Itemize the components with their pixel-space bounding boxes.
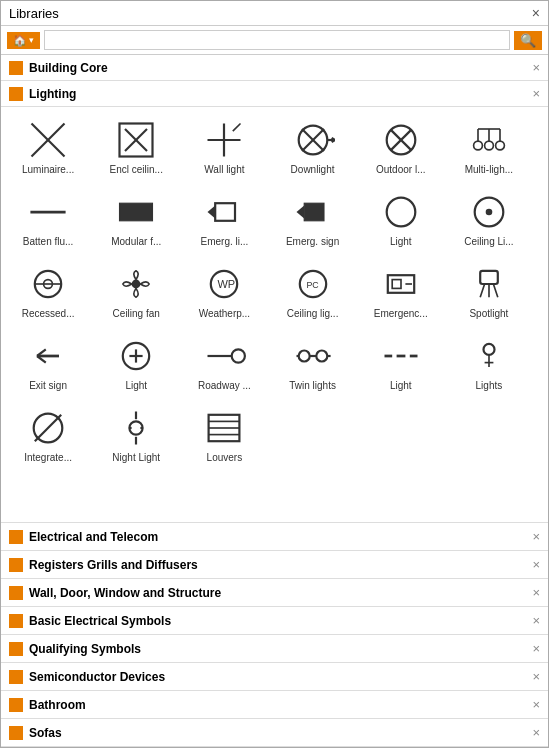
search-input[interactable]	[44, 30, 510, 50]
cat-label-semiconductor: Semiconductor Devices	[29, 670, 165, 684]
icon-cell-emerg-li[interactable]: Emerg. li...	[181, 183, 267, 253]
icon-cell-recessed[interactable]: Recessed...	[5, 255, 91, 325]
cat-left-qualifying: Qualifying Symbols	[9, 642, 141, 656]
icon-cell-downlight[interactable]: Downlight	[269, 111, 355, 181]
icon-cell-roadway[interactable]: Roadway ...	[181, 327, 267, 397]
lighting-close[interactable]: ×	[532, 86, 540, 101]
icon-svg-exit-sign	[26, 334, 70, 378]
cat-bathroom[interactable]: Bathroom ×	[1, 691, 548, 719]
icon-svg-outdoor-l	[379, 118, 423, 162]
icon-svg-lights	[467, 334, 511, 378]
window-title: Libraries	[9, 6, 59, 21]
cat-close-basic-elec[interactable]: ×	[532, 613, 540, 628]
svg-point-54	[316, 351, 327, 362]
icon-cell-emerg-sign[interactable]: Emerg. sign	[269, 183, 355, 253]
icon-cell-louvers[interactable]: Louvers	[181, 399, 267, 469]
building-core-close[interactable]: ×	[532, 60, 540, 75]
cat-label-wall-door: Wall, Door, Window and Structure	[29, 586, 221, 600]
icon-label-downlight: Downlight	[272, 164, 352, 175]
icon-cell-wall-light[interactable]: Wall light	[181, 111, 267, 181]
svg-point-32	[486, 209, 493, 216]
cat-label-sofas: Sofas	[29, 726, 62, 740]
icon-svg-spotlight	[467, 262, 511, 306]
cat-qualifying[interactable]: Qualifying Symbols ×	[1, 635, 548, 663]
lighting-icon	[9, 87, 23, 101]
icon-svg-roadway	[202, 334, 246, 378]
svg-point-17	[474, 141, 483, 150]
svg-rect-25	[120, 203, 153, 221]
icon-cell-outdoor-l[interactable]: Outdoor l...	[358, 111, 444, 181]
cat-left-semiconductor: Semiconductor Devices	[9, 670, 165, 684]
cat-registers[interactable]: Registers Grills and Diffusers ×	[1, 551, 548, 579]
icon-svg-recessed	[26, 262, 70, 306]
lighting-label: Lighting	[29, 87, 76, 101]
icon-cell-lights[interactable]: Lights	[446, 327, 532, 397]
building-core-category[interactable]: Building Core ×	[1, 55, 548, 81]
icon-cell-luminaire[interactable]: Luminaire...	[5, 111, 91, 181]
cat-close-elec-telecom[interactable]: ×	[532, 529, 540, 544]
window-close-button[interactable]: ×	[532, 5, 540, 21]
cat-close-wall-door[interactable]: ×	[532, 585, 540, 600]
icon-svg-emerg-li	[202, 190, 246, 234]
cat-sofas[interactable]: Sofas ×	[1, 719, 548, 747]
cat-semiconductor[interactable]: Semiconductor Devices ×	[1, 663, 548, 691]
cat-icon-qualifying	[9, 642, 23, 656]
icon-label-ceiling-li: Ceiling Li...	[449, 236, 529, 247]
cat-close-registers[interactable]: ×	[532, 557, 540, 572]
home-button[interactable]: 🏠 ▾	[7, 32, 40, 49]
cat-elec-telecom[interactable]: Electrical and Telecom ×	[1, 523, 548, 551]
icon-svg-ceiling-li	[467, 190, 511, 234]
icon-cell-modular-f[interactable]: Modular f...	[93, 183, 179, 253]
icon-cell-night-light[interactable]: Night Light	[93, 399, 179, 469]
icon-cell-batten-flu[interactable]: Batten flu...	[5, 183, 91, 253]
icon-label-outdoor-l: Outdoor l...	[361, 164, 441, 175]
icon-label-weatherp: Weatherp...	[184, 308, 264, 319]
cat-icon-semiconductor	[9, 670, 23, 684]
icon-cell-twin-lights[interactable]: Twin lights	[269, 327, 355, 397]
cat-basic-elec[interactable]: Basic Electrical Symbols ×	[1, 607, 548, 635]
svg-point-61	[483, 344, 494, 355]
icon-label-twin-lights: Twin lights	[272, 380, 352, 391]
icon-cell-light[interactable]: Light	[358, 183, 444, 253]
icon-cell-exit-sign[interactable]: Exit sign	[5, 327, 91, 397]
icon-svg-encl-ceiling	[114, 118, 158, 162]
svg-text:WP: WP	[218, 278, 236, 290]
icon-label-batten-flu: Batten flu...	[8, 236, 88, 247]
search-button[interactable]: 🔍	[514, 31, 542, 50]
icon-label-emergency: Emergenc...	[361, 308, 441, 319]
icon-grid-wrapper[interactable]: Luminaire... Encl ceilin... Wall light D…	[1, 107, 548, 522]
icon-cell-ceiling-lig[interactable]: PC Ceiling lig...	[269, 255, 355, 325]
building-core-left: Building Core	[9, 61, 108, 75]
cat-close-semiconductor[interactable]: ×	[532, 669, 540, 684]
icon-label-emerg-li: Emerg. li...	[184, 236, 264, 247]
cat-wall-door[interactable]: Wall, Door, Window and Structure ×	[1, 579, 548, 607]
icon-svg-light2	[114, 334, 158, 378]
icon-cell-weatherp[interactable]: WP Weatherp...	[181, 255, 267, 325]
icon-label-emerg-sign: Emerg. sign	[272, 236, 352, 247]
icon-cell-light2[interactable]: Light	[93, 327, 179, 397]
icon-cell-emergency[interactable]: Emergenc...	[358, 255, 444, 325]
icon-cell-spotlight[interactable]: Spotlight	[446, 255, 532, 325]
icon-label-wall-light: Wall light	[184, 164, 264, 175]
cat-label-registers: Registers Grills and Diffusers	[29, 558, 198, 572]
icon-label-light3: Light	[361, 380, 441, 391]
cat-left-elec-telecom: Electrical and Telecom	[9, 530, 158, 544]
icon-cell-light3[interactable]: Light	[358, 327, 444, 397]
icon-cell-integrate[interactable]: Integrate...	[5, 399, 91, 469]
icon-label-encl-ceiling: Encl ceilin...	[96, 164, 176, 175]
icon-cell-ceiling-fan[interactable]: Ceiling fan	[93, 255, 179, 325]
title-bar: Libraries ×	[1, 1, 548, 26]
cat-close-qualifying[interactable]: ×	[532, 641, 540, 656]
cat-close-bathroom[interactable]: ×	[532, 697, 540, 712]
svg-rect-28	[304, 203, 324, 221]
cat-left-wall-door: Wall, Door, Window and Structure	[9, 586, 221, 600]
icon-svg-batten-flu	[26, 190, 70, 234]
icon-cell-encl-ceiling[interactable]: Encl ceilin...	[93, 111, 179, 181]
icon-svg-light	[379, 190, 423, 234]
cat-close-sofas[interactable]: ×	[532, 725, 540, 740]
svg-rect-44	[480, 271, 498, 284]
icon-cell-ceiling-li[interactable]: Ceiling Li...	[446, 183, 532, 253]
icon-cell-multi-light[interactable]: Multi-ligh...	[446, 111, 532, 181]
search-bar: 🏠 ▾ 🔍	[1, 26, 548, 55]
svg-point-53	[298, 351, 309, 362]
